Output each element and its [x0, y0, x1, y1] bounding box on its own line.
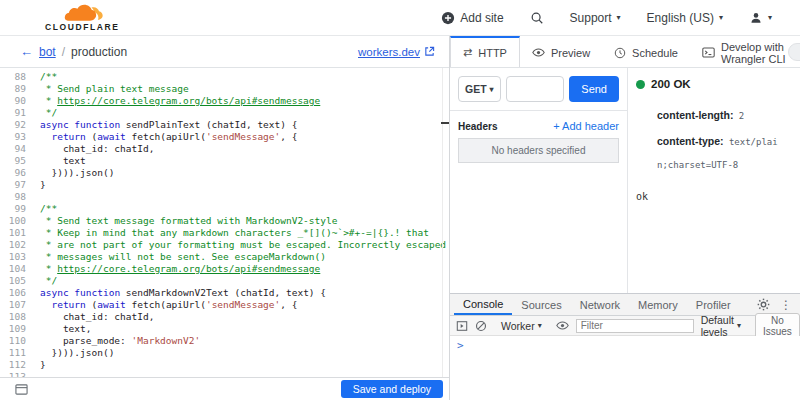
code-line: 90 * https://core.telegram.org/bots/api#…: [0, 95, 449, 107]
code-line: 89 * Send plain text message: [0, 83, 449, 95]
line-number: 110: [0, 335, 40, 347]
account-menu[interactable]: ▾: [749, 11, 772, 25]
editor-scrollbar[interactable]: [442, 68, 449, 377]
workers-dev-link[interactable]: workers.dev: [358, 46, 435, 58]
code-line: 107 return (await fetch(apiUrl('sendMess…: [0, 299, 449, 311]
code-line: 112}: [0, 359, 449, 371]
top-bar: CLOUDFLARE Add site Support ▾ English (U…: [0, 0, 800, 36]
line-number: 106: [0, 287, 40, 299]
tab-overflow-pill[interactable]: [788, 43, 800, 61]
code-text: /**: [40, 71, 57, 83]
terminal-icon: [702, 46, 715, 59]
console-filter-input[interactable]: [576, 319, 694, 333]
code-editor[interactable]: 88/**89 * Send plain text message90 * ht…: [0, 68, 449, 377]
console-sidebar-icon[interactable]: [456, 320, 468, 332]
log-levels-label: Default levels: [701, 314, 734, 338]
chevron-down-icon: ▾: [719, 13, 723, 22]
panel-toggle-icon[interactable]: [15, 383, 28, 396]
chevron-down-icon: ▾: [617, 13, 621, 22]
support-menu[interactable]: Support ▾: [570, 11, 621, 25]
devtools-tab-sources[interactable]: Sources: [512, 294, 570, 315]
request-url-input[interactable]: [506, 76, 565, 102]
method-label: GET: [465, 83, 487, 95]
code-text: text,: [40, 323, 91, 335]
tab-wrangler-cli[interactable]: Develop with Wrangler CLI: [690, 36, 800, 67]
line-number: 104: [0, 263, 40, 275]
gear-icon[interactable]: [757, 298, 770, 311]
line-number: 109: [0, 323, 40, 335]
tab-preview[interactable]: Preview: [520, 36, 602, 67]
language-menu[interactable]: English (US) ▾: [647, 11, 723, 25]
devtools-tab-console[interactable]: Console: [454, 294, 512, 315]
save-and-deploy-button[interactable]: Save and deploy: [341, 380, 443, 398]
code-text: return (await fetch(apiUrl('sendMessage'…: [40, 299, 297, 311]
tab-schedule[interactable]: Schedule: [602, 36, 690, 67]
log-levels-selector[interactable]: Default levels ▾: [701, 314, 741, 338]
tab-schedule-label: Schedule: [632, 47, 678, 59]
line-number: 100: [0, 215, 40, 227]
devtools-tab-profiler[interactable]: Profiler: [687, 294, 740, 315]
cloudflare-logo[interactable]: CLOUDFLARE: [45, 3, 120, 32]
kebab-menu-icon[interactable]: ⋮: [780, 298, 792, 312]
devtools-tab-memory[interactable]: Memory: [629, 294, 687, 315]
status-green-dot-icon: [636, 80, 645, 89]
code-line: 104 * https://core.telegram.org/bots/api…: [0, 263, 449, 275]
main-content: ← bot / production workers.dev 88/**89 *…: [0, 36, 800, 400]
devtools: ConsoleSourcesNetworkMemoryProfiler ⋮: [450, 293, 800, 400]
add-header-link[interactable]: + Add header: [553, 120, 619, 132]
search-button[interactable]: [530, 11, 544, 25]
code-line: 113: [0, 371, 449, 377]
line-number: 96: [0, 167, 40, 179]
headers-title: Headers: [458, 121, 497, 132]
line-number: 88: [0, 71, 40, 83]
line-number: 103: [0, 251, 40, 263]
response-panel: 200 OK content-length: 2content-type: te…: [628, 68, 800, 293]
devtools-tab-bar: ConsoleSourcesNetworkMemoryProfiler ⋮: [450, 294, 800, 316]
code-line: 108 chat_id: chatId,: [0, 311, 449, 323]
request-row: GET ▾ Send: [450, 68, 627, 111]
no-issues-button[interactable]: No Issues: [755, 313, 800, 339]
code-text: text: [40, 155, 86, 167]
no-headers-notice: No headers specified: [458, 138, 619, 163]
clear-console-icon[interactable]: [475, 320, 487, 332]
eye-icon[interactable]: [556, 319, 569, 332]
send-button[interactable]: Send: [569, 76, 619, 102]
back-arrow-icon[interactable]: ←: [20, 44, 33, 59]
devtools-toolbar: Worker ▾ Default levels ▾ No Issues: [450, 316, 800, 336]
http-arrows-icon: ⇄: [463, 46, 472, 59]
breadcrumb-project-link[interactable]: bot: [39, 45, 56, 59]
method-dropdown[interactable]: GET ▾: [458, 76, 501, 102]
clock-icon: [614, 47, 626, 59]
console-prompt: >: [457, 339, 464, 352]
tab-http[interactable]: ⇄ HTTP: [450, 36, 520, 68]
chevron-down-icon: ▾: [538, 321, 542, 330]
devtools-tab-network[interactable]: Network: [571, 294, 629, 315]
code-line: 95 text: [0, 155, 449, 167]
add-site-label: Add site: [460, 11, 503, 25]
line-number: 108: [0, 311, 40, 323]
editor-pane: ← bot / production workers.dev 88/**89 *…: [0, 36, 450, 400]
code-line: 109 text,: [0, 323, 449, 335]
line-number: 94: [0, 143, 40, 155]
console-output[interactable]: >: [450, 336, 800, 400]
context-selector[interactable]: Worker ▾: [501, 320, 542, 332]
code-text: * messages will not be sent. See escapeM…: [40, 251, 326, 263]
code-text: }: [40, 359, 46, 371]
line-number: 112: [0, 359, 40, 371]
code-line: 96 }))).json(): [0, 167, 449, 179]
tab-http-label: HTTP: [478, 47, 507, 59]
code-line: 88/**: [0, 71, 449, 83]
top-nav: Add site Support ▾ English (US) ▾ ▾: [441, 11, 772, 25]
add-site-button[interactable]: Add site: [441, 11, 503, 25]
support-label: Support: [570, 11, 612, 25]
response-header: content-length: 2: [657, 102, 787, 125]
request-panel: GET ▾ Send Headers + Add header No heade…: [450, 68, 628, 293]
code-text: async function sendMarkdownV2Text (chatI…: [40, 287, 326, 299]
cloudflare-workers-app: CLOUDFLARE Add site Support ▾ English (U…: [0, 0, 800, 400]
code-line: 100 * Send text message formatted with M…: [0, 215, 449, 227]
breadcrumb: ← bot / production workers.dev: [0, 36, 449, 68]
code-text: chat_id: chatId,: [40, 143, 154, 155]
line-number: 111: [0, 347, 40, 359]
user-icon: [749, 11, 763, 25]
response-header-name: content-length:: [657, 109, 733, 121]
